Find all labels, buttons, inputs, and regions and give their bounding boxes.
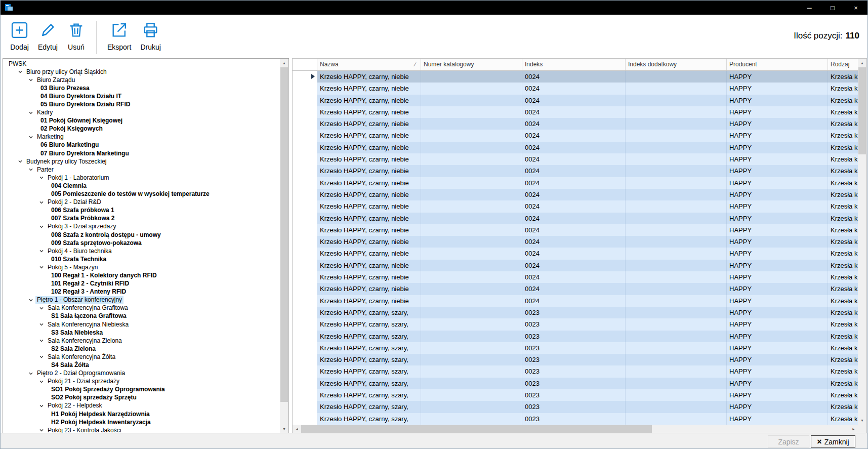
table-hscrollbar-thumb[interactable] (301, 425, 652, 433)
table-row[interactable]: Krzesło HAPPY, czarny, szary,0023HAPPYKr… (293, 413, 858, 425)
table-row[interactable]: Krzesło HAPPY, czarny, niebie0024HAPPYKr… (293, 118, 858, 130)
column-header[interactable]: Numer katalogowy (421, 59, 522, 70)
table-row[interactable]: Krzesło HAPPY, czarny, niebie0024HAPPYKr… (293, 71, 858, 83)
table-row[interactable]: Krzesło HAPPY, czarny, niebie0024HAPPYKr… (293, 283, 858, 295)
maximize-button[interactable]: □ (821, 1, 844, 15)
table-row[interactable]: Krzesło HAPPY, czarny, szary,0023HAPPYKr… (293, 331, 858, 342)
chevron-down-icon[interactable] (39, 306, 46, 311)
tree-item[interactable]: Biuro Zarządu (3, 76, 280, 84)
column-header[interactable]: Indeks dodatkowy (626, 59, 727, 70)
tree-item[interactable]: 005 Pomieszczenie do testów w wysokiej t… (3, 190, 280, 198)
column-header[interactable]: Indeks (522, 59, 626, 70)
table-row[interactable]: Krzesło HAPPY, czarny, szary,0023HAPPYKr… (293, 342, 858, 354)
tree-item[interactable]: PWSK (3, 60, 280, 68)
table-row[interactable]: Krzesło HAPPY, czarny, szary,0023HAPPYKr… (293, 307, 858, 318)
dodaj-button[interactable]: Dodaj (6, 21, 33, 51)
tree-item[interactable]: Parter (3, 166, 280, 174)
table-row[interactable]: Krzesło HAPPY, czarny, niebie0024HAPPYKr… (293, 165, 858, 177)
chevron-down-icon[interactable] (18, 69, 25, 74)
table-row[interactable]: Krzesło HAPPY, czarny, niebie0024HAPPYKr… (293, 142, 858, 153)
chevron-down-icon[interactable] (39, 354, 46, 359)
tree-item[interactable]: 007 Szafa Próbkowa 2 (3, 215, 280, 223)
chevron-down-icon[interactable] (39, 249, 46, 254)
chevron-down-icon[interactable] (39, 403, 46, 409)
scroll-up-icon[interactable]: ▲ (858, 59, 866, 67)
chevron-down-icon[interactable] (39, 428, 46, 433)
tree-item[interactable]: Sala Konferencyjna Grafitowa (3, 304, 280, 312)
tree-item[interactable]: Pokój 2 - Dział R&D (3, 198, 280, 207)
tree-item[interactable]: 010 Szafa Technika (3, 255, 280, 263)
table-vertical-scrollbar[interactable]: ▲ ▼ (858, 59, 866, 425)
tree-item[interactable]: Sala Konferencyjna Żółta (3, 353, 280, 361)
chevron-down-icon[interactable] (39, 379, 46, 384)
drukuj-button[interactable]: Drukuj (136, 21, 165, 51)
tree-item[interactable]: 101 Regał 2 - Czytniki RFID (3, 280, 280, 288)
tree-item[interactable]: H1 Pokój Helpdesk Narzędziownia (3, 410, 280, 418)
scroll-up-icon[interactable]: ▲ (280, 59, 288, 67)
tree-item[interactable]: S4 Sala Żółta (3, 361, 280, 369)
save-button[interactable]: Zapisz (768, 435, 809, 448)
tree-item[interactable]: Sala Konferencyjna Zielona (3, 337, 280, 345)
tree-item[interactable]: S2 Sala Zielona (3, 345, 280, 353)
tree-item[interactable]: Pokój 4 - Biuro technika (3, 247, 280, 255)
table-row[interactable]: Krzesło HAPPY, czarny, szary,0023HAPPYKr… (293, 378, 858, 389)
tree-item[interactable]: 04 Biuro Dyrektora Działu IT (3, 92, 280, 100)
chevron-down-icon[interactable] (39, 322, 46, 327)
eksport-button[interactable]: Eksport (103, 21, 136, 51)
table-row[interactable]: Krzesło HAPPY, czarny, niebie0024HAPPYKr… (293, 153, 858, 165)
table-scrollbar-thumb[interactable] (858, 67, 866, 154)
table-row[interactable]: Krzesło HAPPY, czarny, niebie0024HAPPYKr… (293, 224, 858, 236)
table-row[interactable]: Krzesło HAPPY, czarny, niebie0024HAPPYKr… (293, 83, 858, 94)
tree-item[interactable]: 006 Szafa próbkowa 1 (3, 207, 280, 215)
tree-item[interactable]: 01 Pokój Głównej Księgowej (3, 117, 280, 125)
tree-item[interactable]: Pokój 23 - Kontrola Jakości (3, 426, 280, 433)
scroll-left-icon[interactable]: ◄ (293, 425, 301, 433)
scroll-down-icon[interactable]: ▼ (280, 425, 288, 433)
usun-button[interactable]: Usuń (62, 21, 90, 51)
chevron-down-icon[interactable] (39, 265, 46, 270)
table-row[interactable]: Krzesło HAPPY, czarny, niebie0024HAPPYKr… (293, 200, 858, 212)
table-row[interactable]: Krzesło HAPPY, czarny, szary,0023HAPPYKr… (293, 354, 858, 365)
chevron-down-icon[interactable] (28, 77, 35, 83)
tree-item[interactable]: Sala Konferencyjna Niebieska (3, 320, 280, 329)
table-row[interactable]: Krzesło HAPPY, czarny, niebie0024HAPPYKr… (293, 106, 858, 118)
tree-item[interactable]: Pokój 1 - Laboratorium (3, 174, 280, 182)
tree-item[interactable]: Pokój 22 - Helpdesk (3, 402, 280, 410)
chevron-down-icon[interactable] (18, 159, 25, 164)
chevron-down-icon[interactable] (28, 167, 35, 172)
table-row[interactable]: Krzesło HAPPY, czarny, szary,0023HAPPYKr… (293, 365, 858, 377)
tree-item[interactable]: 102 Regał 3 - Anteny RFID (3, 288, 280, 296)
tree-item[interactable]: 06 Biuro Marketingu (3, 141, 280, 149)
table-row[interactable]: Krzesło HAPPY, czarny, niebie0024HAPPYKr… (293, 189, 858, 200)
table-row[interactable]: Krzesło HAPPY, czarny, niebie0024HAPPYKr… (293, 213, 858, 224)
tree-item[interactable]: Piętro 2 - Dział Oprogramowania (3, 370, 280, 378)
column-header[interactable]: Nazwa∕ (317, 59, 421, 70)
table-row[interactable]: Krzesło HAPPY, czarny, niebie0024HAPPYKr… (293, 95, 858, 106)
tree-vertical-scrollbar[interactable]: ▲ ▼ (280, 59, 288, 433)
tree-scrollbar-thumb[interactable] (280, 67, 288, 402)
chevron-down-icon[interactable] (28, 371, 35, 376)
table-row[interactable]: Krzesło HAPPY, czarny, niebie0024HAPPYKr… (293, 271, 858, 283)
scroll-down-icon[interactable]: ▼ (858, 416, 866, 425)
tree-item[interactable]: Marketing (3, 133, 280, 141)
tree-item[interactable]: 05 Biuro Dyrektora Działu RFID (3, 100, 280, 108)
tree-item[interactable]: S3 Sala Niebieska (3, 329, 280, 337)
minimize-button[interactable]: ─ (798, 1, 821, 15)
edytuj-button[interactable]: Edytuj (33, 21, 62, 51)
table-row[interactable]: Krzesło HAPPY, czarny, szary,0023HAPPYKr… (293, 401, 858, 413)
tree-item[interactable]: Budynek przy ulicy Toszeckiej (3, 157, 280, 166)
tree-item[interactable]: 009 Szafa sprzętowo-pokazowa (3, 239, 280, 247)
table-row[interactable]: Krzesło HAPPY, czarny, niebie0024HAPPYKr… (293, 177, 858, 189)
tree-item[interactable]: SO2 Pokój sprzedaży Sprzętu (3, 394, 280, 402)
scroll-right-icon[interactable]: ► (849, 425, 858, 433)
tree-item[interactable]: Pokój 5 - Magazyn (3, 263, 280, 271)
tree-item[interactable]: 02 Pokój Księgowych (3, 125, 280, 133)
table-row[interactable]: Krzesło HAPPY, czarny, szary,0023HAPPYKr… (293, 318, 858, 330)
tree-item[interactable]: H2 Pokój Helpdesk Inwentaryzacja (3, 418, 280, 426)
column-header[interactable]: Rodzaj (828, 59, 858, 70)
tree-item[interactable]: Pokój 21 - Dział sprzedaży (3, 378, 280, 386)
chevron-down-icon[interactable] (39, 224, 46, 229)
table-row[interactable]: Krzesło HAPPY, czarny, niebie0024HAPPYKr… (293, 295, 858, 307)
tree-item[interactable]: 100 Regał 1 - Kolektory danych RFID (3, 271, 280, 279)
close-window-button[interactable]: ×Zamknij (811, 435, 855, 448)
